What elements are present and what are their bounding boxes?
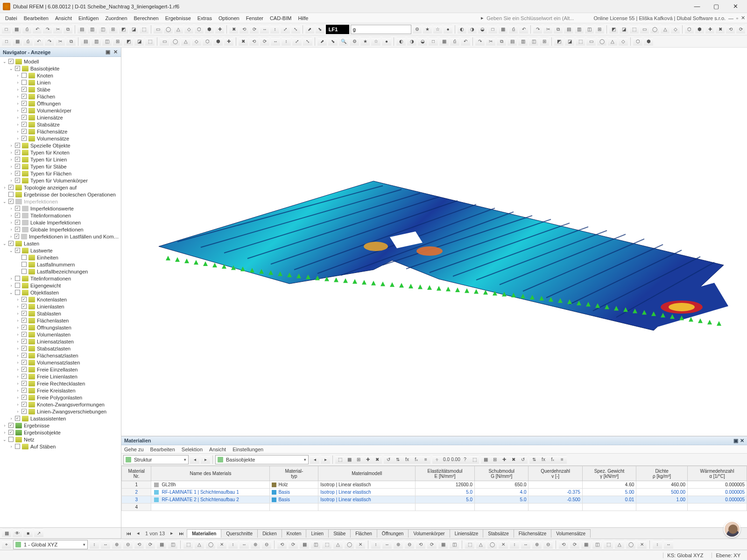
tree-twisty-icon[interactable]: ⌄ [8,290,14,295]
materials-menu-item[interactable]: Bearbeiten [150,447,175,452]
status-tool-button[interactable]: ⟲ [134,540,144,549]
toolbar-button[interactable]: ⬈ [305,25,314,34]
tree-checkbox[interactable] [21,108,27,113]
table-tab[interactable]: Öffnungen [377,529,409,538]
toolbar-button[interactable]: ↷ [533,25,542,34]
tree-twisty-icon[interactable]: › [15,311,21,316]
tree-node[interactable]: ›Typen für Volumenkörper [0,177,121,184]
toolbar-button[interactable]: ⬡ [633,37,642,46]
tree-checkbox[interactable] [15,290,20,295]
pager-next-icon[interactable]: ▸ [168,530,176,536]
tree-twisty-icon[interactable]: › [2,423,7,428]
tree-checkbox[interactable] [21,297,27,302]
toolbar-button[interactable]: ⤢ [292,37,302,46]
tree-node[interactable]: ›Volumenkörper [0,107,121,114]
toolbar-button[interactable]: ▤ [81,37,90,46]
toolbar-button[interactable]: ◩ [609,25,618,34]
combo-prev-icon[interactable]: ◂ [190,455,199,464]
tree-node[interactable]: Lastfallbezeichnungen [0,268,121,275]
toolbar-button[interactable]: ◩ [119,25,128,34]
col-header[interactable]: Spez. Gewichtγ [kN/m³] [582,466,636,481]
toolbar-button[interactable]: ⬊ [316,25,324,34]
status-tool-button[interactable]: ↕ [228,540,238,549]
tree-twisty-icon[interactable]: › [15,395,21,400]
toolbar-button[interactable]: ▭ [160,37,169,46]
tree-checkbox[interactable] [21,136,27,141]
status-tool-button[interactable]: ⟲ [277,540,287,549]
tree-node[interactable]: ›Spezielle Objekte [0,142,121,149]
tree-node[interactable]: ⌄Lasten [0,240,121,247]
toolbar-button[interactable]: ⬈ [317,37,327,46]
tree-twisty-icon[interactable]: › [15,332,21,337]
tree-twisty-icon[interactable]: › [15,122,21,127]
toolbar-button[interactable]: ⟲ [726,25,735,34]
tree-node[interactable]: ›Volumenlasten [0,331,121,338]
tree-twisty-icon[interactable]: › [8,164,14,169]
tree-node[interactable]: ›Knoten [0,72,121,79]
col-header[interactable]: ElastizitätsmodulE [N/mm²] [416,466,475,481]
tree-node[interactable]: ›Freie Polygonlasten [0,394,121,401]
materials-tool-button[interactable]: ? [460,455,470,464]
materials-tool-button[interactable]: ⇅ [393,455,402,464]
toolbar-button[interactable]: ▭ [640,25,649,34]
status-tool-button[interactable]: ↔ [101,540,110,549]
nav-camera-icon[interactable]: ■ [23,528,33,538]
toolbar-button[interactable]: ↶ [461,37,470,46]
toolbar-button[interactable]: ↔ [271,37,280,46]
cell-name[interactable]: GL28h [151,481,270,489]
tree-twisty-icon[interactable]: › [15,360,21,365]
status-tool-button[interactable]: ⟲ [559,540,568,549]
tree-node[interactable]: ›Imperfektionswerte [0,205,121,212]
toolbar-button[interactable]: ◒ [418,37,427,46]
toolbar-button[interactable]: ◇ [619,37,628,46]
status-tool-button[interactable]: ◯ [626,540,635,549]
toolbar-button[interactable]: ⎙ [23,37,33,46]
tree-checkbox[interactable] [21,311,27,316]
menu-fenster[interactable]: Fenster [243,14,267,22]
tree-node[interactable]: ›Flächen [0,93,121,100]
materials-menu-item[interactable]: Gehe zu [124,447,144,452]
tree-checkbox[interactable] [21,409,27,414]
tree-node[interactable]: ›Öffnungen [0,100,121,107]
toolbar-button[interactable]: 🔍 [339,37,348,46]
status-tool-button[interactable]: ↕ [510,540,519,549]
cell-name[interactable]: RF-LAMINATE 1 | Schichtenaufbau 1 [151,489,270,496]
tree-checkbox[interactable] [21,325,27,330]
keyword-search[interactable]: Geben Sie ein Schlüsselwort ein (Alt... [486,15,574,21]
toolbar-button[interactable]: ● [444,25,452,34]
toolbar-button[interactable]: ◪ [565,37,574,46]
tree-twisty-icon[interactable]: › [8,206,14,211]
status-tool-button[interactable]: ▦ [581,540,591,549]
tree-checkbox[interactable] [15,206,20,211]
tree-node[interactable]: ›Knoten-Zwangsverformungen [0,401,121,408]
toolbar-button[interactable]: ↷ [475,37,485,46]
pager-last-icon[interactable]: ⏭ [176,531,187,536]
status-tool-button[interactable]: ✕ [217,540,226,549]
menu-datei[interactable]: Datei [2,14,21,22]
toolbar-button[interactable]: ⊞ [109,25,118,34]
table-row[interactable]: 2RF-LAMINATE 1 | Schichtenaufbau 1BasisI… [122,489,747,496]
status-tool-button[interactable]: ✕ [637,540,647,549]
menu-berechnen[interactable]: Berechnen [131,14,162,22]
cs-combo[interactable]: 1 - Global XYZ [13,540,88,549]
tree-checkbox[interactable] [8,199,14,204]
materials-tool-button[interactable]: fx [402,455,412,464]
toolbar-button[interactable]: ⟳ [260,37,269,46]
tree-node[interactable]: ›Stäbe [0,86,121,93]
tree-twisty-icon[interactable]: › [15,115,21,120]
col-header[interactable]: Dichteρ [kg/m³] [636,466,688,481]
toolbar-button[interactable]: □ [2,37,11,46]
tree-twisty-icon[interactable]: › [15,87,21,92]
toolbar-button[interactable]: ▤ [564,25,573,34]
status-tool-button[interactable]: ⊕ [112,540,121,549]
status-tool-button[interactable]: ↕ [90,540,99,549]
tree-twisty-icon[interactable]: › [15,136,21,141]
status-tool-button[interactable]: ⟳ [570,540,579,549]
toolbar-button[interactable]: ✖ [239,37,248,46]
status-tool-button[interactable]: ▦ [300,540,309,549]
toolbar-button[interactable]: ▥ [88,25,97,34]
tree-node[interactable]: ⌄Objektlasten [0,289,121,296]
status-tool-button[interactable]: △ [195,540,204,549]
materials-tool-button[interactable]: ⊞ [490,455,500,464]
menu-ergebnisse[interactable]: Ergebnisse [162,14,194,22]
